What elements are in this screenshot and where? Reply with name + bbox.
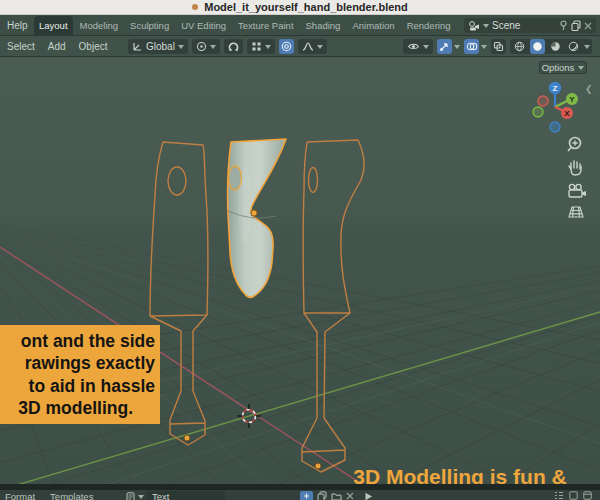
xray-squares-icon	[493, 41, 504, 52]
text-datablock-selector[interactable]: Text	[126, 491, 225, 500]
new-scene-copy-icon[interactable]	[571, 20, 581, 31]
shading-rendered-button[interactable]	[566, 39, 581, 54]
chevron-down-icon[interactable]	[481, 45, 487, 49]
transform-tools: Global	[128, 36, 327, 57]
viewport-header: Select Add Object Global	[0, 36, 600, 57]
options-label: Options	[542, 62, 575, 73]
gizmo-x-label: X	[564, 109, 570, 118]
blender-solid-model[interactable]	[228, 139, 286, 297]
editor-corner-icons	[554, 491, 592, 500]
chevron-down-icon[interactable]	[454, 45, 460, 49]
annotation-line: rawings exactly	[0, 352, 155, 375]
axes-icon	[132, 41, 143, 52]
gizmo-z-label: Z	[553, 84, 558, 93]
shading-mode-group	[510, 39, 592, 54]
gizmo-y-label: Y	[569, 95, 575, 104]
visibility-dropdown[interactable]	[403, 39, 433, 54]
falloff-dropdown[interactable]	[298, 39, 327, 54]
scene-icon	[468, 20, 480, 31]
annotation-line: ont and the side	[0, 330, 155, 353]
chevron-down-icon	[138, 495, 144, 499]
proportional-circle-icon	[281, 41, 292, 52]
menu-templates[interactable]: Templates	[50, 491, 93, 500]
pan-hand-icon[interactable]	[569, 161, 581, 175]
wireframe-sphere-icon	[514, 41, 525, 52]
chevron-down-icon	[265, 45, 271, 49]
menu-add[interactable]: Add	[48, 41, 66, 52]
scene-selector[interactable]: Scene	[464, 18, 596, 33]
line-numbers-icon[interactable]	[554, 491, 564, 500]
tab-sculpting[interactable]: Sculpting	[125, 16, 174, 36]
blender-window: Model_it_yourself_hand_blender.blend Hel…	[0, 0, 600, 500]
tab-rendering[interactable]: Rendering	[402, 16, 456, 36]
zoom-tool-button[interactable]	[568, 138, 581, 152]
shading-solid-button[interactable]	[530, 39, 545, 54]
copy-text-icon[interactable]	[317, 491, 327, 500]
orthographic-toggle-button[interactable]	[569, 207, 583, 217]
menu-help[interactable]: Help	[7, 20, 28, 31]
text-datablock-name[interactable]: Text	[147, 491, 225, 500]
blender-side-wireframe[interactable]	[302, 140, 364, 472]
camera-view-button[interactable]	[569, 184, 586, 197]
scene-name[interactable]: Scene	[492, 20, 556, 31]
chevron-down-icon	[178, 45, 184, 49]
orientation-value: Global	[146, 41, 175, 52]
text-editor-menus: Format Templates	[5, 491, 93, 500]
menu-format[interactable]: Format	[5, 491, 35, 500]
origin-dot	[251, 210, 257, 216]
annotation-text-right: 3D Modelling is fun & enjoyable activity	[332, 463, 588, 484]
text-editor-buttons	[300, 491, 373, 500]
sidebar-toggle-chevron-icon[interactable]: ❮	[585, 84, 593, 94]
annotation-line: 3D Modelling is fun &	[332, 463, 588, 484]
scene-browse-chevron-icon[interactable]	[483, 24, 489, 28]
editor-type-icon[interactable]	[569, 491, 578, 500]
transform-orientation-dropdown[interactable]: Global	[128, 39, 188, 54]
run-script-play-icon[interactable]	[364, 492, 373, 500]
new-text-button[interactable]	[300, 491, 313, 500]
tab-uv-editing[interactable]: UV Editing	[176, 16, 231, 36]
options-button[interactable]: Options	[539, 61, 587, 74]
tab-animation[interactable]: Animation	[347, 16, 399, 36]
pivot-point-dropdown[interactable]	[192, 39, 220, 54]
tab-shading[interactable]: Shading	[301, 16, 346, 36]
chevron-down-icon	[423, 45, 429, 49]
shading-dropdown-chevron-icon[interactable]	[584, 45, 590, 49]
solid-sphere-icon	[532, 41, 543, 52]
gizmo-neg-y-ball[interactable]	[533, 107, 543, 117]
xray-toggle[interactable]	[491, 39, 506, 54]
tab-layout[interactable]: Layout	[34, 16, 73, 36]
tab-texture-paint[interactable]: Texture Paint	[233, 16, 298, 36]
menu-select[interactable]: Select	[7, 41, 35, 52]
shading-material-button[interactable]	[548, 39, 563, 54]
show-gizmos-toggle[interactable]	[437, 39, 452, 54]
viewport-3d[interactable]: ont and the side rawings exactly to aid …	[0, 57, 600, 484]
gizmos-group	[437, 39, 460, 54]
snap-settings-dropdown[interactable]	[247, 39, 275, 54]
navigation-gizmo[interactable]: Z Y X	[525, 78, 585, 138]
snap-grid-dots-icon	[251, 41, 262, 52]
tab-compositing[interactable]: Compositing	[458, 16, 461, 36]
open-folder-icon[interactable]	[331, 492, 342, 500]
unlink-text-x-icon[interactable]	[346, 492, 354, 500]
magnet-icon	[228, 41, 239, 52]
workspace-tabs: Layout Modeling Sculpting UV Editing Tex…	[34, 15, 460, 36]
viewport-nav-tools	[563, 133, 589, 219]
highlight	[238, 167, 252, 243]
rendered-sphere-icon	[568, 41, 579, 52]
editor-menu-icon[interactable]	[583, 491, 592, 500]
gizmo-neg-z-ball[interactable]	[550, 122, 560, 132]
menu-object[interactable]: Object	[79, 41, 108, 52]
proportional-editing-toggle[interactable]	[279, 39, 294, 54]
unlink-scene-x-icon[interactable]	[584, 22, 592, 30]
tab-modeling[interactable]: Modeling	[75, 16, 124, 36]
gizmo-neg-x-ball[interactable]	[538, 96, 548, 106]
chevron-down-icon	[578, 66, 584, 70]
origin-dot	[184, 435, 190, 441]
pin-icon[interactable]	[559, 20, 568, 31]
snap-toggle[interactable]	[224, 39, 243, 54]
viewport-display-tools	[403, 36, 592, 57]
show-overlays-toggle[interactable]	[464, 39, 479, 54]
unsaved-indicator-dot	[192, 4, 198, 10]
shading-wireframe-button[interactable]	[512, 39, 527, 54]
text-file-icon	[126, 492, 135, 500]
